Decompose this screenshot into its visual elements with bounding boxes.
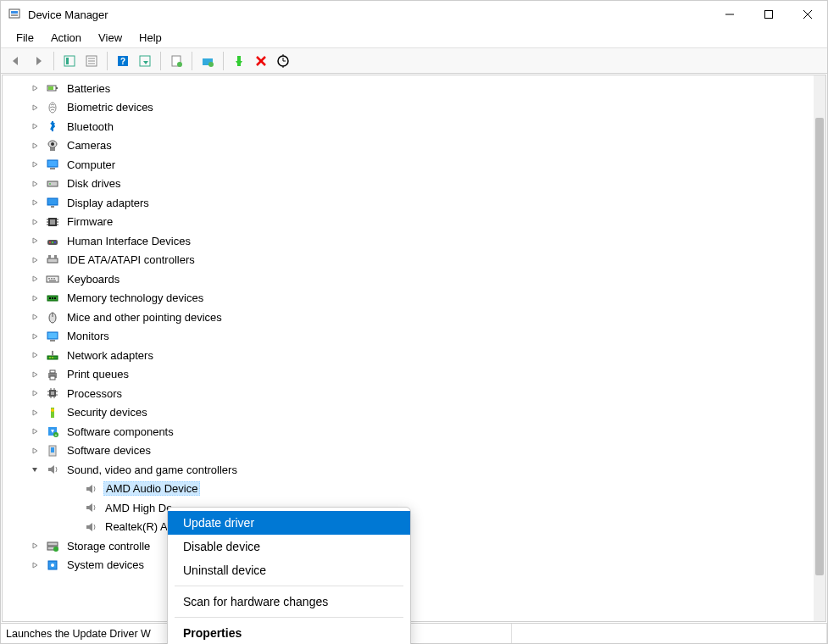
tree-item[interactable]: Human Interface Devices — [3, 231, 825, 251]
svg-rect-33 — [47, 181, 58, 186]
tree-item[interactable]: Sound, video and game controllers — [3, 460, 825, 480]
chevron-right-icon[interactable] — [28, 386, 42, 400]
svg-rect-1 — [11, 11, 18, 14]
tree-item[interactable]: +Software components — [3, 422, 825, 441]
tree-item[interactable]: System devices — [3, 556, 825, 575]
tree-item[interactable]: Batteries — [3, 79, 825, 98]
monitor-icon — [45, 329, 60, 344]
menu-file[interactable]: File — [8, 30, 42, 46]
swcomp-icon: + — [45, 424, 60, 439]
tree-item[interactable]: Print queues — [3, 365, 825, 385]
tree-item[interactable]: Biometric devices — [3, 98, 825, 118]
chevron-right-icon[interactable] — [28, 425, 42, 438]
toolbar-uninstall-button[interactable] — [197, 51, 218, 71]
tree-item[interactable]: Memory technology devices — [3, 289, 825, 308]
toolbar-enable-button[interactable] — [229, 51, 249, 71]
scrollbar-thumb[interactable] — [815, 118, 824, 575]
tree-item[interactable]: Security devices — [3, 403, 825, 423]
chevron-down-icon[interactable] — [28, 463, 42, 476]
chevron-right-icon[interactable] — [28, 119, 42, 133]
chevron-right-icon[interactable] — [28, 406, 42, 419]
toolbar-disable-button[interactable] — [251, 51, 271, 71]
context-menu-item[interactable]: Scan for hardware changes — [168, 590, 410, 613]
chevron-right-icon[interactable] — [28, 330, 42, 343]
chevron-right-icon[interactable] — [28, 215, 42, 229]
vertical-scrollbar[interactable] — [814, 75, 825, 621]
device-tree[interactable]: BatteriesBiometric devicesBluetoothCamer… — [3, 75, 825, 621]
svg-rect-89 — [47, 542, 58, 546]
context-menu-item[interactable]: Properties — [168, 621, 410, 644]
chevron-right-icon[interactable] — [28, 291, 42, 305]
tree-item[interactable]: Processors — [3, 384, 825, 403]
tree-item[interactable]: AMD Audio Device — [3, 480, 825, 499]
tree-item-label: AMD High De — [103, 502, 174, 514]
svg-rect-66 — [52, 351, 53, 356]
chevron-right-icon[interactable] — [28, 177, 42, 191]
tree-item[interactable]: Mice and other pointing devices — [3, 308, 825, 327]
chevron-right-icon[interactable] — [28, 444, 42, 458]
tree-item[interactable]: Firmware — [3, 213, 825, 232]
toolbar-properties-sheet-button[interactable] — [81, 51, 102, 71]
tree-item[interactable]: Monitors — [3, 327, 825, 347]
svg-rect-88 — [51, 447, 54, 452]
svg-text:?: ? — [120, 57, 125, 66]
printer-icon — [45, 367, 60, 382]
tree-item-label: Keyboards — [65, 273, 121, 286]
chevron-right-icon[interactable] — [28, 196, 42, 209]
menu-help[interactable]: Help — [131, 30, 170, 46]
tree-item[interactable]: IDE ATA/ATAPI controllers — [3, 251, 825, 270]
tree-item[interactable]: Cameras — [3, 136, 825, 156]
minimize-button[interactable] — [710, 1, 749, 28]
chevron-right-icon[interactable] — [28, 139, 42, 153]
statusbar: Launches the Update Driver W — [1, 623, 827, 643]
chevron-right-icon[interactable] — [28, 272, 42, 286]
content-area: BatteriesBiometric devicesBluetoothCamer… — [2, 75, 826, 622]
maximize-button[interactable] — [749, 1, 788, 28]
tree-item[interactable]: Keyboards — [3, 269, 825, 289]
svg-point-34 — [49, 183, 51, 185]
close-button[interactable] — [788, 1, 827, 28]
toolbar-back-button[interactable] — [6, 51, 26, 71]
chevron-right-icon[interactable] — [28, 158, 42, 171]
display-icon — [45, 195, 60, 210]
context-menu-item[interactable]: Uninstall device — [168, 558, 410, 582]
tree-item-label: Monitors — [65, 330, 111, 342]
expander-none — [66, 482, 80, 496]
tree-item[interactable]: Storage controlle — [3, 536, 825, 556]
tree-item[interactable]: Software devices — [3, 441, 825, 461]
chevron-right-icon[interactable] — [28, 539, 42, 552]
tree-item[interactable]: Realtek(R) Au — [3, 518, 825, 537]
tree-item[interactable]: AMD High De — [3, 498, 825, 518]
computer-icon — [45, 157, 60, 172]
toolbar-forward-button[interactable] — [28, 51, 48, 71]
toolbar-scan-hardware-button[interactable] — [273, 51, 293, 71]
tree-item[interactable]: Bluetooth — [3, 117, 825, 136]
chevron-right-icon[interactable] — [28, 253, 42, 267]
context-menu-item[interactable]: Disable device — [168, 535, 410, 558]
tree-item[interactable]: Display adapters — [3, 193, 825, 213]
chevron-right-icon[interactable] — [28, 310, 42, 324]
toolbar-show-hide-tree-button[interactable] — [59, 51, 80, 71]
svg-rect-36 — [51, 206, 54, 208]
svg-rect-73 — [51, 391, 54, 395]
menu-action[interactable]: Action — [42, 30, 90, 46]
toolbar-action-list-button[interactable] — [135, 51, 155, 71]
chevron-right-icon[interactable] — [28, 348, 42, 362]
chevron-right-icon[interactable] — [28, 81, 42, 95]
chevron-right-icon[interactable] — [28, 558, 42, 572]
tree-item[interactable]: Network adapters — [3, 346, 825, 365]
menu-view[interactable]: View — [90, 30, 131, 46]
svg-rect-32 — [50, 168, 55, 169]
chevron-right-icon[interactable] — [28, 368, 42, 381]
toolbar-help-button[interactable]: ? — [113, 51, 133, 71]
svg-rect-35 — [47, 198, 58, 205]
chevron-right-icon[interactable] — [28, 234, 42, 247]
svg-rect-54 — [51, 278, 53, 280]
network-icon — [45, 347, 60, 363]
tree-item[interactable]: Disk drives — [3, 175, 825, 194]
context-menu-item[interactable]: Update driver — [168, 511, 410, 535]
toolbar-update-driver-button[interactable] — [166, 51, 186, 71]
swdev-icon — [45, 443, 60, 458]
tree-item[interactable]: Computer — [3, 155, 825, 175]
chevron-right-icon[interactable] — [28, 101, 42, 114]
